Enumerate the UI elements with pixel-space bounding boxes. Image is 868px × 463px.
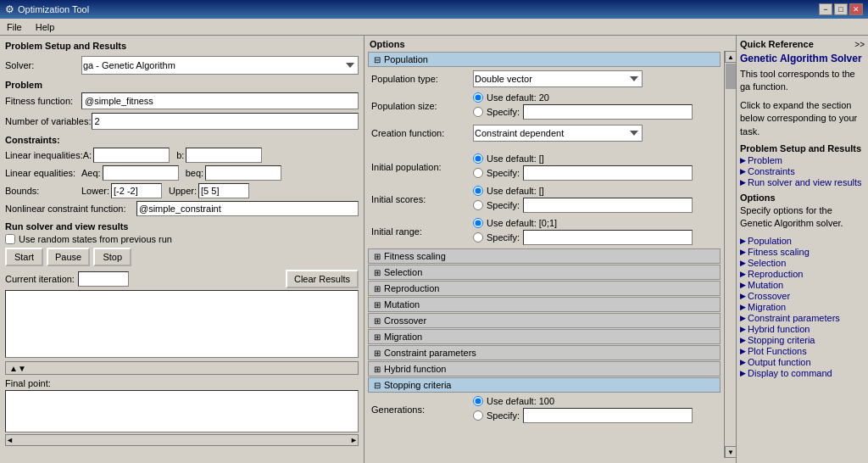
reproduction-ref-link[interactable]: ▶ Reproduction — [740, 269, 865, 279]
options-content: ⊟ Population Population type: Double vec… — [364, 51, 724, 458]
hybrid-function-header[interactable]: ⊞ Hybrid function — [368, 361, 721, 377]
nl-constraint-input[interactable] — [136, 201, 359, 216]
initial-scores-specify-input[interactable] — [523, 198, 693, 213]
generations-default-radio[interactable] — [473, 396, 483, 406]
constraints-ref-link[interactable]: ▶ Constraints — [740, 166, 865, 176]
reproduction-link-label: Reproduction — [748, 269, 803, 279]
mutation-ref-link[interactable]: ▶ Mutation — [740, 280, 865, 290]
creation-fn-row: Creation function: Constraint dependent — [364, 122, 724, 144]
population-ref-link[interactable]: ▶ Population — [740, 236, 865, 246]
selection-ref-link[interactable]: ▶ Selection — [740, 258, 865, 268]
final-point-area[interactable] — [5, 390, 359, 432]
selection-label: Selection — [384, 267, 422, 277]
generations-specify-input[interactable] — [523, 408, 693, 423]
initial-scores-default-row: Use default: [] — [473, 186, 693, 196]
initial-scores-default-label: Use default: [] — [487, 186, 544, 196]
generations-specify-radio[interactable] — [473, 410, 483, 421]
clear-results-button[interactable]: Clear Results — [286, 270, 359, 288]
pop-size-specify-input[interactable] — [523, 104, 693, 120]
initial-pop-specify-input[interactable] — [523, 165, 693, 181]
selection-header[interactable]: ⊞ Selection — [368, 265, 721, 280]
generations-specify-row: Specify: — [473, 408, 693, 423]
a-label: A: — [83, 150, 92, 160]
upper-input[interactable] — [198, 183, 249, 198]
start-button[interactable]: Start — [5, 248, 43, 266]
run-solver-ref-link[interactable]: ▶ Run solver and view results — [740, 177, 865, 187]
population-section-header[interactable]: ⊟ Population — [368, 52, 721, 67]
stop-button[interactable]: Stop — [93, 248, 131, 266]
population-type-select[interactable]: Double vector — [473, 70, 643, 87]
random-states-checkbox[interactable] — [5, 234, 15, 244]
bounds-label: Bounds: — [5, 186, 81, 196]
b-input[interactable] — [186, 148, 262, 163]
initial-range-default-label: Use default: [0;1] — [487, 218, 557, 228]
linear-eq-label: Linear equalities: — [5, 168, 81, 178]
migration-label: Migration — [384, 332, 422, 342]
num-vars-input[interactable] — [92, 113, 359, 130]
scroll-up-btn[interactable]: ▲ — [725, 51, 737, 63]
maximize-button[interactable]: □ — [834, 3, 848, 15]
initial-range-default-radio[interactable] — [473, 218, 483, 228]
constraint-params-header[interactable]: ⊞ Constraint parameters — [368, 345, 721, 360]
crossover-ref-link[interactable]: ▶ Crossover — [740, 291, 865, 301]
collapse-bar[interactable]: ▲▼ — [5, 361, 359, 375]
crossover-header[interactable]: ⊞ Crossover — [368, 313, 721, 328]
results-area[interactable] — [5, 290, 359, 358]
initial-pop-specify-label: Specify: — [487, 168, 520, 178]
constraint-params-ref-link[interactable]: ▶ Constraint parameters — [740, 313, 865, 323]
a-input[interactable] — [93, 148, 170, 163]
initial-scores-default-radio[interactable] — [473, 186, 483, 196]
fitness-scaling-ref-link[interactable]: ▶ Fitness scaling — [740, 247, 865, 257]
minimize-button[interactable]: − — [819, 3, 832, 15]
pop-size-default-radio[interactable] — [473, 92, 483, 103]
beq-input[interactable] — [205, 165, 281, 181]
linear-ineq-row: Linear inequalities: A: b: — [5, 148, 359, 163]
selection-expand-icon: ⊞ — [374, 268, 381, 277]
linear-eq-row: Linear equalities: Aeq: beq: — [5, 165, 359, 181]
right-header: Quick Reference >> — [740, 39, 865, 49]
initial-pop-default-radio[interactable] — [473, 153, 483, 164]
file-menu[interactable]: File — [3, 21, 25, 33]
migration-ref-link[interactable]: ▶ Migration — [740, 302, 865, 312]
quick-ref-collapse-btn[interactable]: >> — [854, 40, 865, 49]
pop-size-specify-radio[interactable] — [473, 107, 483, 117]
hybrid-function-ref-link[interactable]: ▶ Hybrid function — [740, 324, 865, 334]
creation-fn-select[interactable]: Constraint dependent — [473, 125, 643, 142]
plot-functions-arrow-icon: ▶ — [740, 347, 746, 355]
scroll-thumb[interactable] — [726, 64, 736, 89]
middle-scrollbar[interactable]: ▲ ▼ — [724, 51, 736, 458]
help-menu[interactable]: Help — [32, 21, 58, 33]
aeq-input[interactable] — [103, 165, 179, 181]
current-iteration-input[interactable] — [78, 271, 129, 287]
display-to-command-ref-link[interactable]: ▶ Display to command — [740, 368, 865, 378]
pause-button[interactable]: Pause — [47, 248, 90, 266]
fitness-input[interactable] — [81, 92, 359, 109]
solver-select[interactable]: ga - Genetic Algorithm — [81, 56, 359, 75]
stopping-criteria-ref-link[interactable]: ▶ Stopping criteria — [740, 335, 865, 345]
initial-scores-label: Initial scores: — [371, 194, 473, 204]
migration-header[interactable]: ⊞ Migration — [368, 329, 721, 344]
mutation-header[interactable]: ⊞ Mutation — [368, 297, 721, 312]
fitness-scaling-header[interactable]: ⊞ Fitness scaling — [368, 248, 721, 264]
nl-constraint-label: Nonlinear constraint function: — [5, 204, 136, 214]
lower-input[interactable] — [111, 183, 162, 198]
initial-range-specify-radio[interactable] — [473, 232, 483, 243]
fitness-row: Fitness function: — [5, 92, 359, 109]
random-states-label: Use random states from previous run — [19, 234, 172, 244]
initial-range-specify-input[interactable] — [523, 230, 693, 245]
reproduction-header[interactable]: ⊞ Reproduction — [368, 281, 721, 296]
initial-pop-specify-radio[interactable] — [473, 168, 483, 178]
problem-ref-link[interactable]: ▶ Problem — [740, 155, 865, 165]
scroll-down-btn[interactable]: ▼ — [725, 446, 737, 458]
stopping-criteria-header[interactable]: ⊟ Stopping criteria — [368, 377, 721, 393]
constraint-params-link-label: Constraint parameters — [748, 313, 840, 323]
close-button[interactable]: ✕ — [849, 3, 863, 15]
output-function-arrow-icon: ▶ — [740, 358, 746, 366]
pop-size-specify-row: Specify: — [473, 104, 693, 120]
solver-label: Solver: — [5, 60, 81, 70]
output-function-ref-link[interactable]: ▶ Output function — [740, 357, 865, 367]
plot-functions-ref-link[interactable]: ▶ Plot Functions — [740, 346, 865, 356]
window-title: Optimization Tool — [18, 4, 89, 14]
horizontal-scrollbar[interactable]: ◄ ► — [5, 434, 359, 446]
initial-scores-specify-radio[interactable] — [473, 200, 483, 210]
